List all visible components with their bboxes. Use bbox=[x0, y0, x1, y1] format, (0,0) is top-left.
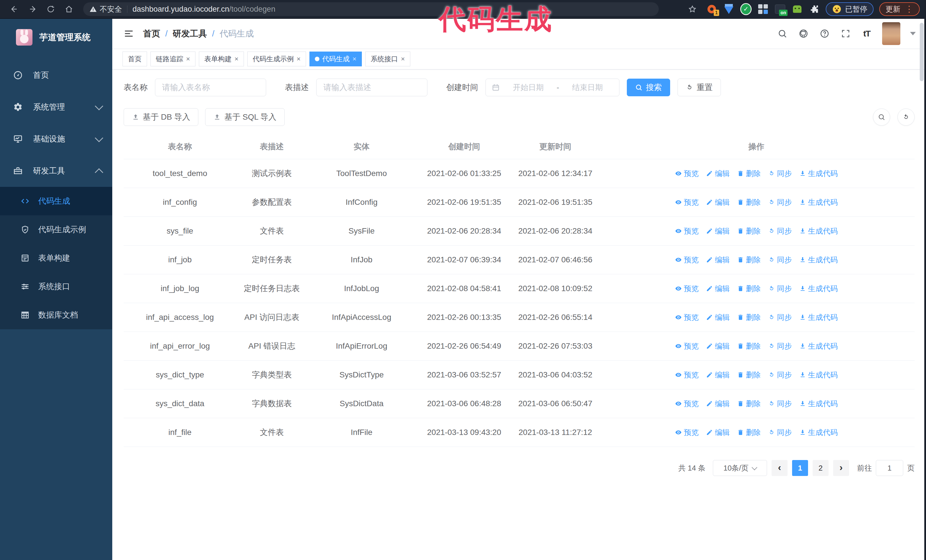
close-icon[interactable]: × bbox=[297, 56, 301, 62]
sidebar-subitem-2[interactable]: 表单构建 bbox=[0, 244, 112, 272]
font-size-icon[interactable]: tT bbox=[861, 28, 872, 39]
update-button[interactable]: 更新 ⋮ bbox=[879, 2, 920, 16]
date-start-placeholder[interactable]: 开始日期 bbox=[502, 82, 554, 92]
action-preview-link[interactable]: 预览 bbox=[675, 340, 699, 352]
goto-page-input[interactable] bbox=[876, 460, 903, 476]
reset-button[interactable]: 重置 bbox=[678, 78, 721, 96]
action-preview-link[interactable]: 预览 bbox=[675, 283, 699, 294]
sidebar-item-1[interactable]: 系统管理 bbox=[0, 91, 112, 123]
date-end-placeholder[interactable]: 结束日期 bbox=[561, 82, 614, 92]
action-sync-link[interactable]: 同步 bbox=[768, 225, 792, 237]
extension-grid-icon[interactable] bbox=[757, 3, 769, 15]
breadcrumb-home[interactable]: 首页 bbox=[143, 28, 160, 39]
sidebar-subitem-1[interactable]: 代码生成示例 bbox=[0, 215, 112, 244]
action-generate-link[interactable]: 生成代码 bbox=[799, 196, 838, 208]
action-delete-link[interactable]: 删除 bbox=[737, 369, 761, 380]
action-delete-link[interactable]: 删除 bbox=[737, 340, 761, 352]
fold-menu-icon[interactable] bbox=[123, 27, 135, 40]
tab-首页[interactable]: 首页 bbox=[123, 51, 147, 66]
search-button[interactable]: 搜索 bbox=[627, 78, 670, 96]
breadcrumb-dev-tools[interactable]: 研发工具 bbox=[172, 28, 207, 39]
action-edit-link[interactable]: 编辑 bbox=[706, 340, 730, 352]
home-icon[interactable] bbox=[61, 1, 77, 17]
user-avatar[interactable] bbox=[882, 22, 900, 45]
action-sync-link[interactable]: 同步 bbox=[768, 196, 792, 208]
search-icon[interactable] bbox=[777, 28, 788, 39]
action-generate-link[interactable]: 生成代码 bbox=[799, 340, 838, 352]
forward-icon[interactable] bbox=[24, 1, 41, 17]
bookmark-star-icon[interactable] bbox=[684, 1, 701, 17]
app-logo-row[interactable]: 芋道管理系统 bbox=[0, 19, 112, 56]
action-sync-link[interactable]: 同步 bbox=[768, 168, 792, 179]
action-generate-link[interactable]: 生成代码 bbox=[799, 283, 838, 294]
close-icon[interactable]: × bbox=[353, 56, 356, 62]
next-page-button[interactable]: › bbox=[833, 460, 849, 476]
import-db-button[interactable]: 基于 DB 导入 bbox=[124, 108, 198, 126]
action-edit-link[interactable]: 编辑 bbox=[706, 254, 730, 266]
action-edit-link[interactable]: 编辑 bbox=[706, 196, 730, 208]
close-icon[interactable]: × bbox=[401, 56, 405, 62]
kebab-menu-icon[interactable]: ⋮ bbox=[905, 5, 914, 14]
action-generate-link[interactable]: 生成代码 bbox=[799, 398, 838, 409]
action-sync-link[interactable]: 同步 bbox=[768, 427, 792, 438]
action-preview-link[interactable]: 预览 bbox=[675, 398, 699, 409]
action-delete-link[interactable]: 删除 bbox=[737, 225, 761, 237]
extension-orange-icon[interactable]: 1 bbox=[706, 3, 717, 15]
extension-check-icon[interactable]: ✓ bbox=[740, 3, 752, 15]
extensions-puzzle-icon[interactable] bbox=[809, 3, 820, 15]
action-generate-link[interactable]: 生成代码 bbox=[799, 427, 838, 438]
sidebar-subitem-0[interactable]: 代码生成 bbox=[0, 187, 112, 215]
action-sync-link[interactable]: 同步 bbox=[768, 340, 792, 352]
action-edit-link[interactable]: 编辑 bbox=[706, 312, 730, 323]
scrollbar-thumb[interactable] bbox=[920, 23, 924, 81]
tab-代码生成示例[interactable]: 代码生成示例× bbox=[247, 51, 306, 66]
fullscreen-icon[interactable] bbox=[840, 28, 851, 39]
action-preview-link[interactable]: 预览 bbox=[675, 369, 699, 380]
action-sync-link[interactable]: 同步 bbox=[768, 398, 792, 409]
sidebar-item-2[interactable]: 基础设施 bbox=[0, 123, 112, 155]
action-delete-link[interactable]: 删除 bbox=[737, 427, 761, 438]
action-edit-link[interactable]: 编辑 bbox=[706, 168, 730, 179]
close-icon[interactable]: × bbox=[235, 56, 239, 62]
page-size-select[interactable]: 10条/页 bbox=[713, 460, 767, 476]
security-warning[interactable]: 不安全 bbox=[89, 4, 122, 14]
github-icon[interactable] bbox=[798, 28, 809, 39]
user-menu-caret-icon[interactable] bbox=[910, 32, 916, 35]
action-preview-link[interactable]: 预览 bbox=[675, 427, 699, 438]
help-icon[interactable] bbox=[819, 28, 830, 39]
sidebar-item-0[interactable]: 首页 bbox=[0, 59, 112, 91]
extension-gem-icon[interactable] bbox=[723, 3, 735, 15]
extension-on-icon[interactable]: on bbox=[775, 3, 786, 15]
action-preview-link[interactable]: 预览 bbox=[675, 254, 699, 266]
table-desc-input[interactable] bbox=[316, 78, 427, 96]
sidebar-subitem-4[interactable]: 数据库文档 bbox=[0, 301, 112, 329]
import-sql-button[interactable]: 基于 SQL 导入 bbox=[205, 108, 284, 126]
action-generate-link[interactable]: 生成代码 bbox=[799, 225, 838, 237]
tab-系统接口[interactable]: 系统接口× bbox=[365, 51, 410, 66]
paused-extension-badge[interactable]: 已暂停 bbox=[826, 2, 873, 16]
action-sync-link[interactable]: 同步 bbox=[768, 283, 792, 294]
action-preview-link[interactable]: 预览 bbox=[675, 225, 699, 237]
reload-icon[interactable] bbox=[43, 1, 59, 17]
action-delete-link[interactable]: 删除 bbox=[737, 196, 761, 208]
prev-page-button[interactable]: ‹ bbox=[772, 460, 788, 476]
close-icon[interactable]: × bbox=[186, 56, 190, 62]
action-edit-link[interactable]: 编辑 bbox=[706, 283, 730, 294]
action-delete-link[interactable]: 删除 bbox=[737, 312, 761, 323]
refresh-table-icon[interactable] bbox=[897, 109, 915, 125]
action-preview-link[interactable]: 预览 bbox=[675, 168, 699, 179]
action-sync-link[interactable]: 同步 bbox=[768, 254, 792, 266]
action-generate-link[interactable]: 生成代码 bbox=[799, 312, 838, 323]
tab-链路追踪[interactable]: 链路追踪× bbox=[150, 51, 195, 66]
toggle-search-icon[interactable] bbox=[873, 109, 890, 125]
url-bar[interactable]: 不安全 dashboard.yudao.iocoder.cn/tool/code… bbox=[83, 2, 659, 16]
table-name-input[interactable] bbox=[155, 78, 266, 96]
sidebar-item-3[interactable]: 研发工具 bbox=[0, 155, 112, 187]
action-generate-link[interactable]: 生成代码 bbox=[799, 168, 838, 179]
tab-表单构建[interactable]: 表单构建× bbox=[199, 51, 244, 66]
action-preview-link[interactable]: 预览 bbox=[675, 196, 699, 208]
action-edit-link[interactable]: 编辑 bbox=[706, 369, 730, 380]
action-generate-link[interactable]: 生成代码 bbox=[799, 254, 838, 266]
extension-robot-icon[interactable] bbox=[791, 3, 803, 15]
action-edit-link[interactable]: 编辑 bbox=[706, 398, 730, 409]
